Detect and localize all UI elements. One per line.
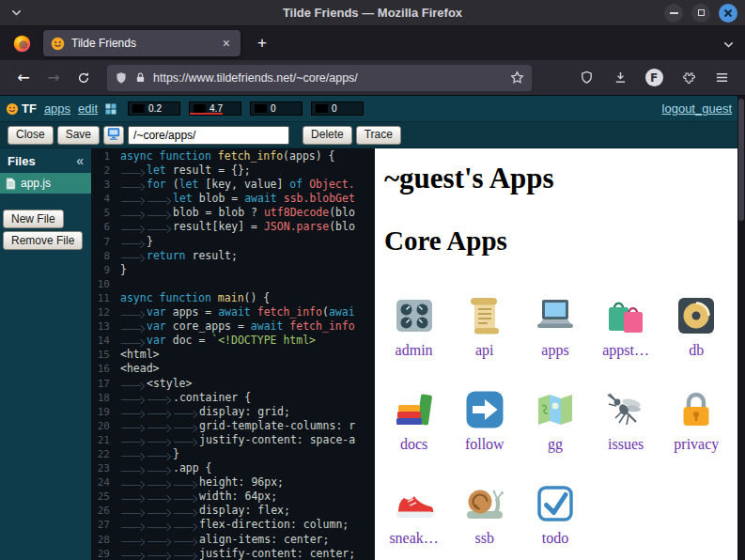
app-item-gg[interactable]: gg <box>525 375 585 465</box>
code-line: 1async function fetch_info(apps) { <box>91 149 375 163</box>
code-line: 3for (let [key, value] of Object. <box>91 178 375 192</box>
stat-gauge: 0 <box>311 101 364 116</box>
line-number: 27 <box>91 518 116 532</box>
firefox-view-button[interactable] <box>8 30 36 56</box>
gauge-graph <box>255 104 267 113</box>
line-number: 4 <box>91 192 116 206</box>
code-line: 6result[key] = JSON.parse(blo <box>91 220 375 234</box>
new-file-button[interactable]: New File <box>3 210 64 228</box>
tf-home-link[interactable]: TF <box>6 101 37 116</box>
url-bar[interactable]: https://www.tildefriends.net/~core/apps/ <box>107 65 532 91</box>
line-number: 7 <box>91 235 116 249</box>
apps-link[interactable]: apps <box>44 101 70 116</box>
app-item-admin[interactable]: admin <box>384 281 444 371</box>
downloads-button[interactable] <box>606 65 634 91</box>
gauge-graph <box>194 104 206 113</box>
app-label: appst… <box>602 342 649 359</box>
bookmark-star-icon[interactable] <box>510 70 524 85</box>
app-item-issues[interactable]: issues <box>596 375 656 465</box>
new-tab-button[interactable]: + <box>250 32 274 54</box>
stat-gauge: 4.7 <box>189 101 241 116</box>
arrow-right-icon <box>462 387 507 432</box>
delete-button[interactable]: Delete <box>303 126 352 145</box>
code-line: 21justify-content: space-a <box>91 433 375 447</box>
code-line: 25width: 64px; <box>91 490 375 504</box>
app-item-db[interactable]: db <box>666 281 726 371</box>
collapse-sidebar-icon[interactable]: « <box>76 153 84 168</box>
remove-file-button[interactable]: Remove File <box>3 231 83 250</box>
tab-favicon-smiley-icon <box>51 37 65 51</box>
maximize-icon <box>698 9 705 16</box>
account-badge-button[interactable]: F <box>640 65 668 91</box>
app-item-apps[interactable]: apps <box>525 281 585 371</box>
permissions-shield-button[interactable] <box>572 65 600 91</box>
page-title: ~guest's Apps <box>384 162 736 195</box>
lock-icon <box>674 387 719 432</box>
tab-list-chevron-icon[interactable] <box>723 35 734 52</box>
save-button[interactable]: Save <box>57 126 100 145</box>
gauge-graph <box>132 104 145 113</box>
tracking-shield-icon[interactable] <box>115 71 128 85</box>
lock-icon[interactable] <box>134 71 147 84</box>
apps-panel: ~guest's Apps Core Apps adminapiappsapps… <box>375 148 745 560</box>
app-item-todo[interactable]: todo <box>525 469 585 559</box>
edit-link[interactable]: edit <box>78 101 98 116</box>
file-icon <box>6 178 16 190</box>
code-line: 29justify-content: center; <box>91 547 375 560</box>
app-item-appst[interactable]: appst… <box>596 281 656 371</box>
navigation-toolbar: ← → https://www.tildefriends.net/~core/a… <box>0 60 745 96</box>
app-item-docs[interactable]: docs <box>384 375 444 465</box>
titlebar: Tilde Friends — Mozilla Firefox <box>0 0 745 26</box>
path-input[interactable] <box>128 126 289 145</box>
open-app-button[interactable] <box>103 126 124 145</box>
files-header-label: Files <box>8 154 36 168</box>
app-item-sneak[interactable]: sneak… <box>384 469 444 559</box>
disk-icon <box>674 293 719 338</box>
code-line: 5blob = blob ? utf8Decode(blo <box>91 206 375 220</box>
tab-bar: Tilde Friends × + <box>0 26 745 60</box>
trace-button[interactable]: Trace <box>356 126 401 145</box>
app-label: sneak… <box>389 530 438 547</box>
close-file-button[interactable]: Close <box>8 126 54 145</box>
logout-link[interactable]: logout_guest <box>662 101 732 116</box>
app-item-privacy[interactable]: privacy <box>666 375 726 465</box>
reload-button[interactable] <box>70 65 98 91</box>
app-label: ssb <box>475 530 494 547</box>
checkbox-icon <box>533 481 578 526</box>
code-line: 12var apps = await fetch_info(awai <box>91 305 375 319</box>
extensions-button[interactable] <box>674 65 702 91</box>
hamburger-icon <box>715 70 729 85</box>
line-number: 17 <box>91 377 116 391</box>
app-item-api[interactable]: api <box>455 281 515 371</box>
code-editor[interactable]: 1async function fetch_info(apps) {2let r… <box>91 148 375 560</box>
app-item-follow[interactable]: follow <box>455 375 515 465</box>
map-icon <box>533 387 578 432</box>
line-number: 26 <box>91 504 116 518</box>
window-title: Tilde Friends — Mozilla Firefox <box>0 6 745 20</box>
window-menu-chevron-icon[interactable] <box>11 9 22 16</box>
app-item-ssb[interactable]: ssb <box>455 469 515 559</box>
content-area: Files « app.js New File Remove File 1asy… <box>0 148 745 560</box>
account-badge: F <box>645 69 663 86</box>
tab-close-icon[interactable]: × <box>220 36 233 51</box>
line-number: 8 <box>91 249 116 263</box>
code-line: 28align-items: center; <box>91 533 375 547</box>
scrollbar-track[interactable] <box>737 96 745 560</box>
minimize-button[interactable] <box>664 4 683 23</box>
maximize-button[interactable] <box>691 4 710 23</box>
forward-button[interactable]: → <box>39 65 68 91</box>
shield-icon <box>580 70 594 85</box>
books-icon <box>392 387 437 432</box>
code-line: 11async function main() { <box>91 291 375 305</box>
scrollbar-thumb[interactable] <box>738 99 744 221</box>
code-line: 18.container { <box>91 391 375 405</box>
apps-grid-icon[interactable] <box>105 103 116 115</box>
close-button[interactable] <box>719 4 737 23</box>
tab-tilde-friends[interactable]: Tilde Friends × <box>43 30 241 56</box>
file-item-appjs[interactable]: app.js <box>0 173 91 194</box>
app-label: privacy <box>674 436 719 453</box>
back-button[interactable]: ← <box>9 65 38 91</box>
menu-button[interactable] <box>707 65 736 91</box>
files-sidebar: Files « app.js New File Remove File <box>0 148 91 560</box>
line-number: 19 <box>91 405 116 419</box>
